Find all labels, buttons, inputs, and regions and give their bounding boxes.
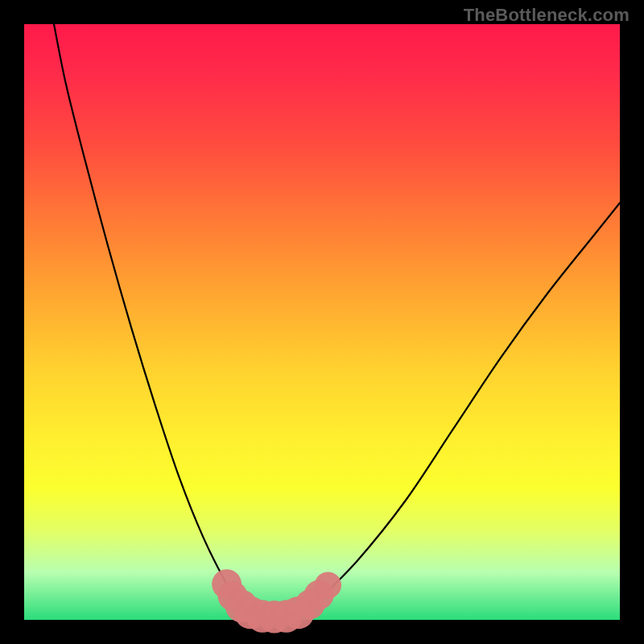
marker-bead: [315, 572, 341, 598]
chart-frame: TheBottleneck.com: [0, 0, 644, 644]
chart-overlay: [24, 24, 620, 620]
watermark-text: TheBottleneck.com: [464, 5, 630, 26]
plot-area: [24, 24, 620, 620]
marker-group: [212, 569, 341, 633]
curve-group: [54, 24, 620, 617]
curve-left-curve: [54, 24, 250, 614]
curve-right-curve: [298, 203, 620, 614]
